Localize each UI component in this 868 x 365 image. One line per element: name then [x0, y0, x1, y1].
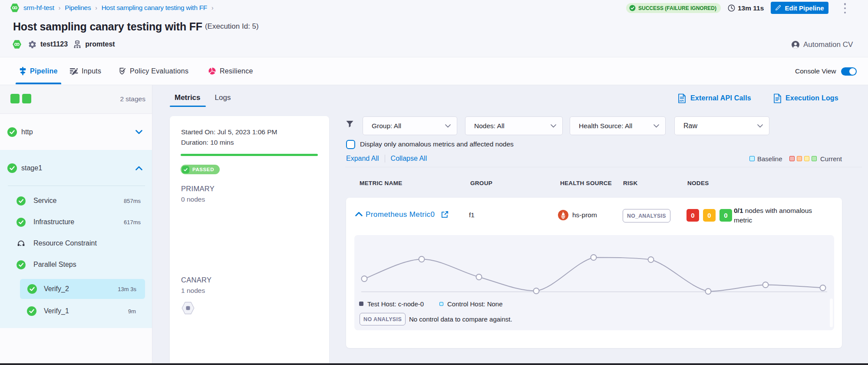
view-tabbar: Pipeline Inputs Policy Evaluations Resil…: [0, 57, 868, 85]
tab-logs[interactable]: Logs: [215, 93, 231, 102]
test-host-label: Test Host: c-node-0: [367, 300, 424, 308]
step-row-resource-constraint[interactable]: Resource Constraint: [0, 234, 152, 253]
tab-metrics[interactable]: Metrics: [175, 93, 201, 102]
current-legend: Current: [789, 155, 842, 163]
stage-status-square[interactable]: [22, 94, 31, 103]
external-api-calls-link[interactable]: API External API Calls: [677, 93, 751, 103]
summary-tabs: Metrics Logs: [175, 91, 231, 104]
breadcrumb-pipeline-name[interactable]: Host sampling canary testing with FF: [102, 4, 207, 12]
anomalous-checkbox-label: Display only anomalous metrics and affec…: [360, 140, 514, 148]
nodes-filter-dropdown[interactable]: Nodes: All: [465, 116, 563, 135]
chart-series-line: [364, 258, 823, 292]
canary-node-icon[interactable]: [181, 302, 195, 315]
nodes-summary-text: nodes with anomalous metric: [734, 207, 812, 224]
section-divider: [345, 167, 862, 167]
metrics-tab-underline: [170, 106, 206, 107]
stage-row-stage1[interactable]: stage1: [0, 150, 152, 186]
breadcrumb-pipelines[interactable]: Pipelines: [65, 4, 91, 12]
external-link-icon[interactable]: [441, 211, 449, 218]
data-type-dropdown[interactable]: Raw: [674, 116, 769, 135]
tab-resilience[interactable]: Resilience: [208, 57, 253, 85]
chevron-down-icon[interactable]: [135, 130, 142, 134]
anomalous-count-yellow: 0: [703, 209, 716, 222]
primary-group-nodes: 0 nodes: [181, 196, 205, 203]
anomalous-count-green: 0: [719, 209, 732, 222]
execution-logs-link[interactable]: Execution Logs: [773, 93, 838, 103]
section-divider: [8, 186, 145, 186]
breadcrumb-separator: ›: [211, 4, 213, 11]
chart-point: [362, 276, 367, 282]
step-row-parallel-steps[interactable]: Parallel Steps: [0, 255, 152, 274]
console-view-toggle[interactable]: [841, 67, 857, 76]
edit-pipeline-button[interactable]: Edit Pipeline: [771, 2, 828, 14]
status-badge-label: SUCCESS (FAILURE IGNORED): [638, 5, 716, 11]
tab-resilience-label: Resilience: [220, 67, 253, 75]
breadcrumb-separator: ›: [95, 4, 97, 11]
step-row-verify-1[interactable]: Verify_1 9m: [0, 302, 152, 321]
check-circle-icon: [17, 260, 26, 269]
more-options-menu[interactable]: [842, 3, 848, 13]
tab-inputs[interactable]: Inputs: [69, 57, 101, 85]
step-row-verify-2[interactable]: Verify_2 13m 3s: [20, 279, 145, 299]
step-row-service[interactable]: Service 857ms: [0, 191, 152, 210]
step-name: Infrastructure: [33, 218, 74, 226]
stage-count-strip: 2 stages: [0, 85, 152, 114]
passed-check-icon: [182, 166, 189, 173]
step-duration: 13m 3s: [118, 286, 136, 292]
metric-name-link[interactable]: Prometheus Metric0: [366, 210, 435, 219]
data-type-value: Raw: [683, 122, 697, 130]
step-name: Parallel Steps: [33, 261, 76, 269]
col-header-health-source: HEALTH SOURCE: [560, 180, 612, 186]
api-document-icon: API: [677, 93, 686, 103]
anomalous-filter-row: Display only anomalous metrics and affec…: [346, 139, 514, 149]
filter-icon[interactable]: [346, 120, 354, 128]
chevron-up-icon[interactable]: [355, 212, 363, 216]
verification-summary-card: Started On: Jul 5, 2023 1:06 PM Duration…: [170, 116, 329, 363]
tab-policy-evaluations[interactable]: Policy Evaluations: [119, 57, 188, 85]
tab-pipeline[interactable]: Pipeline: [19, 57, 58, 85]
stage-row-http[interactable]: http: [0, 114, 152, 150]
duration-row: 13m 11s: [728, 3, 764, 13]
collapse-all-link[interactable]: Collapse All: [391, 155, 427, 163]
health-source-filter-dropdown[interactable]: Health Source: All: [570, 116, 666, 135]
execution-stage-sidebar: 2 stages http stage1 Service 857ms Infra…: [0, 85, 152, 363]
check-circle-icon: [27, 284, 37, 294]
passed-badge-label: PASSED: [192, 167, 214, 172]
anomalous-checkbox[interactable]: [346, 140, 355, 149]
breadcrumb-separator: ›: [59, 4, 60, 11]
breadcrumb-project[interactable]: srm-hf-test: [23, 4, 54, 12]
user-icon: [791, 40, 800, 49]
step-duration: 617ms: [124, 219, 141, 226]
health-source-filter-value: Health Source: All: [579, 122, 632, 130]
chevron-down-icon: [757, 124, 763, 128]
console-view-label: Console View: [795, 67, 836, 75]
step-name: Verify_2: [44, 285, 69, 293]
pipeline-icon: [19, 67, 26, 75]
step-duration: 857ms: [124, 198, 141, 204]
check-circle-icon: [27, 306, 36, 316]
health-source-value: hs-prom: [572, 211, 597, 219]
count-yellow-value: 0: [707, 212, 711, 219]
check-circle-icon: [17, 196, 26, 206]
chart-scrollbar-thumb[interactable]: [830, 299, 833, 327]
active-tab-underline: [16, 83, 61, 84]
primary-group-title: PRIMARY: [181, 185, 215, 193]
stage1-section: stage1 Service 857ms Infrastructure 617m…: [0, 150, 152, 328]
tab-pipeline-label: Pipeline: [30, 67, 58, 75]
chevron-down-icon: [551, 124, 556, 128]
pipeline-meta-row: test1123 promtest: [13, 39, 117, 50]
chevron-up-icon[interactable]: [135, 166, 142, 170]
stage-status-square[interactable]: [10, 94, 20, 103]
stage-name: http: [21, 128, 33, 136]
group-filter-dropdown[interactable]: Group: All: [363, 116, 457, 135]
baseline-legend-label: Baseline: [757, 155, 782, 163]
current-red-swatch: [789, 156, 795, 161]
inputs-icon: [69, 67, 78, 75]
health-source-cell: hs-prom: [558, 210, 597, 220]
expand-all-link[interactable]: Expand All: [346, 155, 379, 163]
step-row-infrastructure[interactable]: Infrastructure 617ms: [0, 212, 152, 232]
vertical-separator: [385, 155, 385, 163]
step-name: Resource Constraint: [33, 239, 97, 247]
clock-icon: [728, 4, 735, 12]
chart-point: [820, 285, 826, 291]
